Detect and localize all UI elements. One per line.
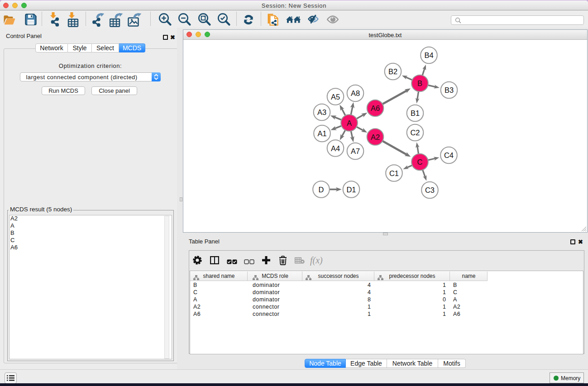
svg-text:A8: A8 [351,89,360,97]
svg-text:C: C [417,158,423,166]
svg-text:A4: A4 [331,144,340,152]
svg-text:A3: A3 [317,108,326,116]
svg-text:A: A [347,119,352,127]
svg-text:A7: A7 [351,147,360,155]
svg-text:B1: B1 [411,109,420,117]
svg-text:C4: C4 [444,151,454,159]
svg-text:A1: A1 [317,129,326,138]
svg-text:B4: B4 [424,51,433,59]
svg-text:D1: D1 [346,186,356,194]
svg-text:B3: B3 [445,86,454,94]
svg-text:A2: A2 [371,133,380,141]
svg-text:B: B [417,79,422,87]
svg-text:A6: A6 [371,104,380,112]
svg-text:A5: A5 [331,93,340,101]
svg-text:B2: B2 [388,67,397,76]
svg-text:C2: C2 [410,129,420,137]
svg-text:C3: C3 [425,186,435,194]
svg-text:C1: C1 [389,169,399,177]
svg-text:D: D [319,186,324,194]
